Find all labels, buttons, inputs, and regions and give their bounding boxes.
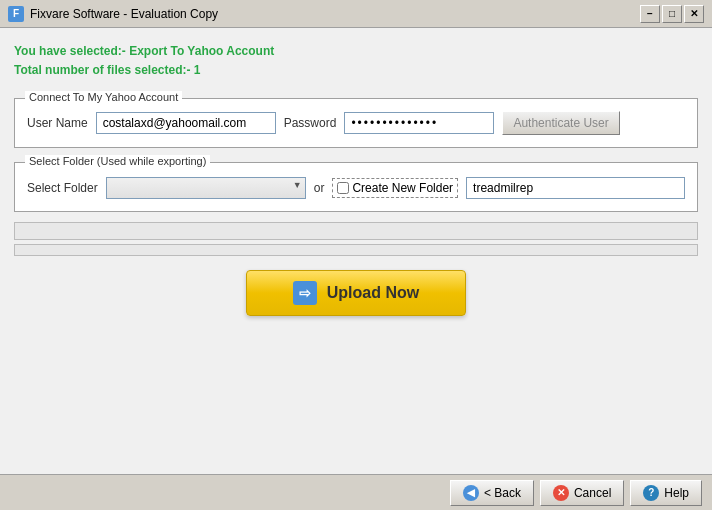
connect-row: User Name Password Authenticate User bbox=[27, 107, 685, 135]
create-folder-checkbox[interactable] bbox=[337, 182, 349, 194]
username-input[interactable] bbox=[96, 112, 276, 134]
bottom-bar: ◀ < Back ✕ Cancel ? Help bbox=[0, 474, 712, 510]
window-title: Fixvare Software - Evaluation Copy bbox=[30, 7, 640, 21]
username-label: User Name bbox=[27, 116, 88, 130]
progress-bar-main bbox=[14, 222, 698, 240]
status-line-1: You have selected:- Export To Yahoo Acco… bbox=[14, 42, 698, 61]
authenticate-button[interactable]: Authenticate User bbox=[502, 111, 619, 135]
progress-bar-secondary bbox=[14, 244, 698, 256]
password-input[interactable] bbox=[344, 112, 494, 134]
back-label: < Back bbox=[484, 486, 521, 500]
folder-select[interactable] bbox=[106, 177, 306, 199]
upload-section: ⇨ Upload Now bbox=[14, 270, 698, 316]
cancel-icon: ✕ bbox=[553, 485, 569, 501]
folder-group: Select Folder (Used while exporting) Sel… bbox=[14, 162, 698, 212]
progress-area bbox=[14, 222, 698, 256]
new-folder-input[interactable] bbox=[466, 177, 685, 199]
folder-select-wrapper bbox=[106, 177, 306, 199]
upload-button[interactable]: ⇨ Upload Now bbox=[246, 270, 466, 316]
maximize-button[interactable]: □ bbox=[662, 5, 682, 23]
folder-group-legend: Select Folder (Used while exporting) bbox=[25, 155, 210, 167]
password-label: Password bbox=[284, 116, 337, 130]
cancel-button[interactable]: ✕ Cancel bbox=[540, 480, 624, 506]
back-button[interactable]: ◀ < Back bbox=[450, 480, 534, 506]
or-label: or bbox=[314, 181, 325, 195]
help-icon: ? bbox=[643, 485, 659, 501]
create-folder-label: Create New Folder bbox=[352, 181, 453, 195]
title-bar: F Fixvare Software - Evaluation Copy − □… bbox=[0, 0, 712, 28]
help-button[interactable]: ? Help bbox=[630, 480, 702, 506]
create-folder-checkbox-label[interactable]: Create New Folder bbox=[332, 178, 458, 198]
help-label: Help bbox=[664, 486, 689, 500]
back-icon: ◀ bbox=[463, 485, 479, 501]
window-controls: − □ ✕ bbox=[640, 5, 704, 23]
minimize-button[interactable]: − bbox=[640, 5, 660, 23]
folder-row: Select Folder or Create New Folder bbox=[27, 171, 685, 199]
connect-group-legend: Connect To My Yahoo Account bbox=[25, 91, 182, 103]
upload-icon: ⇨ bbox=[293, 281, 317, 305]
cancel-label: Cancel bbox=[574, 486, 611, 500]
app-icon: F bbox=[8, 6, 24, 22]
status-section: You have selected:- Export To Yahoo Acco… bbox=[14, 38, 698, 84]
folder-label: Select Folder bbox=[27, 181, 98, 195]
connect-group: Connect To My Yahoo Account User Name Pa… bbox=[14, 98, 698, 148]
status-line-2: Total number of files selected:- 1 bbox=[14, 61, 698, 80]
upload-button-label: Upload Now bbox=[327, 284, 419, 302]
window-body: You have selected:- Export To Yahoo Acco… bbox=[0, 28, 712, 510]
close-button[interactable]: ✕ bbox=[684, 5, 704, 23]
